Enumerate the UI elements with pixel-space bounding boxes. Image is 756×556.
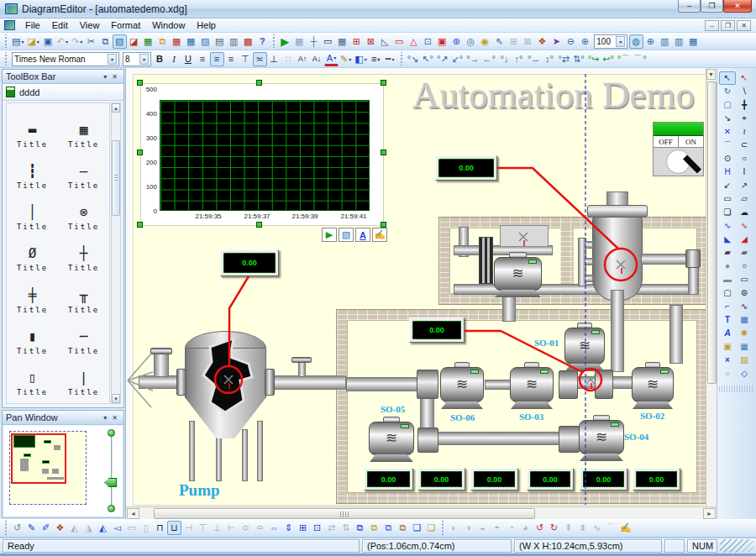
label-so01[interactable]: SO-01 <box>534 338 559 348</box>
flow-shape-tool[interactable]: ▭ <box>719 192 736 206</box>
snap-points-button[interactable]: ⊞ <box>507 34 521 49</box>
selection-handle[interactable] <box>381 149 386 155</box>
pan-thumbnail-page[interactable] <box>9 431 87 505</box>
nudge-down-button[interactable]: ⇟ <box>575 521 590 535</box>
valign-middle-button[interactable]: ≍ <box>253 52 267 66</box>
connector-style-7[interactable]: °↓ <box>497 52 512 66</box>
cascade-button[interactable]: ⧉ <box>155 34 170 49</box>
size-to-grid-button[interactable]: ⊡ <box>310 521 324 535</box>
region-button[interactable]: ▣ <box>435 34 449 49</box>
dock-grip[interactable] <box>719 386 754 392</box>
scribble-tool[interactable]: ∿ <box>719 219 736 233</box>
close-button[interactable]: ✕ <box>723 0 752 13</box>
rect-tool[interactable]: ▬ <box>719 273 736 286</box>
cursor-button[interactable]: ⇖ <box>492 34 507 49</box>
ellipse-tool[interactable]: ● <box>719 260 736 273</box>
menu-file[interactable]: File <box>19 19 46 31</box>
valve-handle[interactable] <box>291 357 312 363</box>
connector-style-15[interactable]: °⌒ <box>616 52 632 66</box>
font-color-button[interactable]: A▾ <box>324 52 339 66</box>
center-horizontal-button[interactable]: ≎ <box>239 521 253 535</box>
scrollbar-thumb[interactable] <box>154 508 535 519</box>
unlock-button[interactable]: ⊔ <box>167 521 181 535</box>
cut-button[interactable]: ✂ <box>84 34 98 49</box>
chevron-down-icon[interactable]: ▾ <box>108 54 117 65</box>
snap-off-button[interactable]: ⊠ <box>364 34 378 49</box>
scrollbar-thumb[interactable] <box>707 81 717 384</box>
cross-tool[interactable]: ╋ <box>736 98 753 112</box>
redo-button[interactable]: ↷▾ <box>70 34 84 49</box>
h-dim-tool[interactable]: H <box>719 165 736 179</box>
pipe-flange[interactable] <box>265 369 275 396</box>
space-across-button[interactable]: ⇄ <box>324 521 339 535</box>
toolbar-grip[interactable] <box>399 52 404 66</box>
vertical-scrollbar[interactable]: ▲ ▼ <box>706 68 717 506</box>
exclude-button[interactable]: ◔ <box>504 521 518 535</box>
motor-so04[interactable] <box>579 415 624 461</box>
send-backward-button[interactable]: ⧉ <box>396 521 410 535</box>
zoom-level-combo[interactable]: 100 ▾ <box>594 34 627 49</box>
pipe-elbow[interactable] <box>685 249 701 268</box>
pump-tank-body[interactable] <box>185 348 266 398</box>
curve-tool[interactable]: ⊂ <box>736 139 753 152</box>
same-width-button[interactable]: ⇔ <box>267 521 281 535</box>
fit-page-button[interactable]: ▥ <box>658 34 672 49</box>
digital-display[interactable]: 0.00 <box>470 468 518 490</box>
italic-button[interactable]: I <box>167 52 181 66</box>
fill-color-button[interactable]: ◧▾ <box>353 52 368 66</box>
pipe-vertical-item[interactable]: │ Title <box>7 192 58 231</box>
union-button[interactable]: ◐ <box>447 521 461 535</box>
triangle-button[interactable]: △ <box>407 34 421 49</box>
pipe-stub[interactable] <box>585 258 593 265</box>
on-off-switch[interactable]: OFF ON <box>653 122 704 176</box>
slider-top-knob[interactable] <box>108 429 115 437</box>
rotate-right90-button[interactable]: ◮ <box>81 521 96 535</box>
pattern-button[interactable]: ▦ <box>335 34 349 49</box>
scroll-up-icon[interactable]: ▲ <box>112 103 120 113</box>
pump-label[interactable]: Pump <box>179 481 220 500</box>
zoom-region-button[interactable]: ◍ <box>629 34 643 49</box>
same-height-button[interactable]: ⇕ <box>281 521 296 535</box>
pipe-stub[interactable] <box>154 352 169 377</box>
chevron-down-icon[interactable]: ▾ <box>101 73 109 81</box>
digital-display[interactable]: 0.00 <box>435 155 497 181</box>
digital-display[interactable]: 0.00 <box>220 249 279 276</box>
canvas-heading[interactable]: Automation Demo <box>412 73 695 117</box>
rotate-left90-button[interactable]: ◭ <box>67 521 81 535</box>
v-dim-tool[interactable]: I <box>736 165 753 179</box>
pipe[interactable] <box>437 432 560 445</box>
selection-handle[interactable] <box>137 222 143 228</box>
selection-handle[interactable] <box>137 80 143 86</box>
underline-button[interactable]: U <box>181 52 196 66</box>
selection-handle[interactable] <box>137 149 143 155</box>
zoom-lens-button[interactable]: ◎ <box>464 34 478 49</box>
target-tool[interactable]: ⌖ <box>736 112 753 125</box>
help-button[interactable]: ? <box>255 34 270 49</box>
horizontal-scrollbar[interactable]: ◄ ► <box>126 506 717 519</box>
digital-display[interactable]: 0.00 <box>409 317 465 343</box>
polygon-tool[interactable]: ◣ <box>719 233 736 246</box>
ole-tool[interactable]: ✱ <box>736 327 753 340</box>
mdi-restore-button[interactable]: ❐ <box>721 20 735 31</box>
flip-vertical-button[interactable]: ◭ <box>96 521 110 535</box>
pump-item[interactable]: ⊗ Title <box>58 192 109 231</box>
metafile-tool[interactable]: ▩ <box>736 313 753 327</box>
motor-so06[interactable] <box>440 362 484 409</box>
selection-handle[interactable] <box>256 80 262 86</box>
connector-style-5[interactable]: °→ <box>465 52 480 66</box>
lock-button[interactable]: ⊓ <box>153 521 167 535</box>
filled-poly2-tool[interactable]: ▰ <box>736 246 753 260</box>
guides-button[interactable]: ┼ <box>307 34 321 49</box>
combine-button[interactable]: ◑ <box>461 521 475 535</box>
motor-so01[interactable] <box>564 323 605 371</box>
open-button[interactable]: ◪▾ <box>25 34 40 49</box>
close-icon[interactable]: ✕ <box>109 73 120 81</box>
zoom-in-button[interactable]: ⊕ <box>578 34 592 49</box>
scroll-left-icon[interactable]: ◄ <box>127 508 139 519</box>
toolbar-grip[interactable] <box>440 521 445 535</box>
label-so02[interactable]: SO-02 <box>640 411 664 421</box>
fit-all-button[interactable]: ▦ <box>686 34 701 49</box>
zoom-out-button[interactable]: ⊖ <box>564 34 578 49</box>
maximize-button[interactable]: ❐ <box>701 0 723 13</box>
selection-handle[interactable] <box>381 80 386 86</box>
